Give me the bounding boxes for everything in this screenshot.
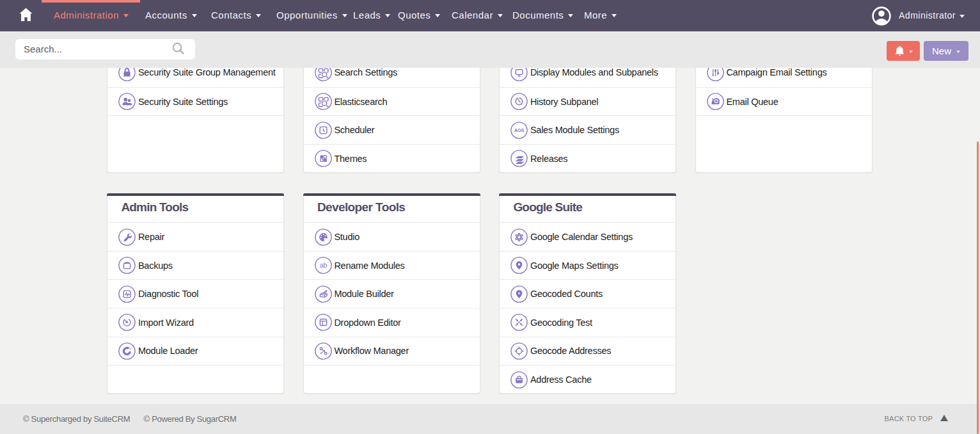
svg-text:ab: ab xyxy=(320,261,328,269)
svg-text:AOS: AOS xyxy=(514,128,525,133)
